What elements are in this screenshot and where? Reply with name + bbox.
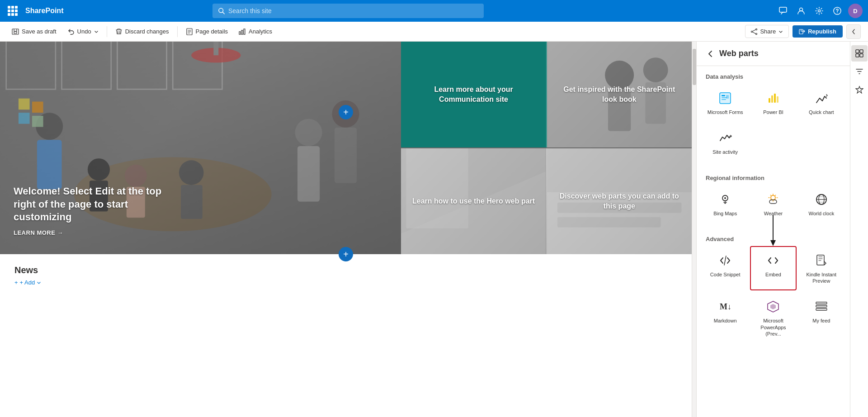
svg-line-1: [222, 12, 224, 14]
webpart-markdown[interactable]: M↓ Markdown: [702, 292, 748, 343]
toolbar-separator-2: [177, 26, 178, 37]
hero-add-bottom-button[interactable]: +: [339, 247, 353, 261]
kindle-instant-preview-label: Kindle Instant Preview: [803, 271, 840, 284]
hero-main-tile[interactable]: Welcome! Select Edit at the top right of…: [0, 42, 401, 254]
power-bi-label: Power BI: [763, 109, 783, 115]
save-draft-button[interactable]: Save as draft: [7, 25, 61, 38]
collapse-panel-button[interactable]: [846, 24, 861, 39]
svg-rect-34: [335, 128, 357, 183]
webpart-site-activity[interactable]: Site activity: [702, 123, 748, 161]
embed-icon: [765, 252, 781, 269]
svg-rect-10: [239, 32, 241, 34]
discard-icon: [115, 28, 123, 35]
page-content: +: [0, 42, 692, 417]
advanced-grid-container: Code Snippet Embed: [697, 246, 850, 349]
markdown-label: Markdown: [714, 317, 737, 324]
svg-rect-24: [37, 140, 62, 189]
analytics-button[interactable]: Analytics: [234, 25, 277, 38]
svg-text:M↓: M↓: [720, 302, 731, 311]
svg-rect-76: [816, 308, 827, 310]
section-regional-info: Regional information: [697, 167, 850, 185]
svg-rect-62: [777, 96, 778, 103]
panel-title: Web parts: [719, 49, 759, 58]
analytics-icon: [239, 28, 246, 35]
svg-rect-8: [14, 32, 17, 33]
webpart-power-bi[interactable]: Power BI: [750, 84, 796, 122]
page-details-button[interactable]: Page details: [181, 25, 233, 38]
power-bi-icon: [765, 90, 781, 106]
share-dropdown-icon: [778, 29, 783, 34]
svg-rect-11: [241, 30, 243, 34]
webpart-embed[interactable]: Embed: [750, 246, 796, 291]
help-icon-button[interactable]: [830, 4, 844, 18]
search-bar[interactable]: [212, 4, 484, 18]
svg-point-27: [125, 165, 147, 187]
hero-grid: Welcome! Select Edit at the top right of…: [0, 42, 692, 254]
svg-point-31: [295, 119, 322, 146]
regional-info-grid: Bing Maps Weather: [697, 185, 850, 228]
share-button[interactable]: Share: [745, 25, 789, 38]
svg-rect-2: [779, 7, 787, 12]
settings-icon-button[interactable]: [812, 4, 826, 18]
webpart-my-feed[interactable]: My feed: [798, 292, 844, 343]
people-icon-button[interactable]: [794, 4, 808, 18]
search-icon: [218, 7, 225, 14]
tab-strip-webparts-button[interactable]: [851, 45, 868, 62]
svg-point-13: [756, 28, 757, 30]
toolbar-separator: [107, 26, 107, 37]
svg-rect-75: [816, 305, 827, 307]
webpart-bing-maps[interactable]: Bing Maps: [702, 185, 748, 223]
webpart-microsoft-forms[interactable]: Microsoft Forms: [702, 84, 748, 122]
svg-rect-32: [297, 146, 320, 202]
section-advanced: Advanced: [697, 228, 850, 246]
svg-rect-38: [32, 102, 43, 113]
avatar[interactable]: D: [848, 4, 863, 18]
webpart-world-clock[interactable]: World clock: [798, 185, 844, 223]
webpart-weather[interactable]: Weather: [750, 185, 796, 223]
bing-maps-icon: [717, 191, 733, 208]
webpart-code-snippet[interactable]: Code Snippet: [702, 246, 748, 291]
top-navigation: SharePoint D: [0, 0, 868, 22]
toolbar-right: Share Republish: [745, 24, 861, 39]
undo-icon: [67, 28, 75, 35]
code-snippet-label: Code Snippet: [710, 271, 741, 278]
svg-point-64: [724, 197, 726, 199]
data-analysis-grid: Microsoft Forms Power BI: [697, 84, 850, 167]
chat-icon-button[interactable]: [776, 4, 790, 18]
webpart-quick-chart[interactable]: Quick chart: [798, 84, 844, 122]
undo-button[interactable]: Undo: [63, 25, 103, 38]
svg-rect-37: [19, 99, 30, 110]
svg-rect-80: [860, 54, 863, 57]
svg-marker-81: [856, 86, 863, 93]
undo-dropdown-icon[interactable]: [94, 29, 99, 34]
site-activity-label: Site activity: [712, 149, 738, 155]
section-data-analysis: Data analysis: [697, 66, 850, 84]
svg-rect-12: [244, 29, 245, 34]
svg-rect-79: [856, 54, 859, 57]
hero-learn-more-link[interactable]: LEARN MORE →: [14, 229, 185, 236]
my-feed-label: My feed: [812, 317, 830, 324]
microsoft-forms-label: Microsoft Forms: [708, 109, 743, 115]
republish-button[interactable]: Republish: [793, 25, 843, 38]
tab-strip-star-button[interactable]: [851, 81, 868, 98]
panel-back-button[interactable]: [706, 49, 715, 58]
page-details-icon: [186, 28, 193, 35]
scrollbar-track[interactable]: [692, 42, 696, 417]
webpart-kindle-instant-preview[interactable]: Kindle Instant Preview: [798, 246, 844, 291]
hero-bottom-row: Learn how to use the Hero web part Disco…: [401, 147, 692, 254]
hero-tile-2[interactable]: Get inspired with the SharePoint look bo…: [547, 42, 692, 147]
share-icon: [751, 28, 757, 35]
discard-changes-button[interactable]: Discard changes: [111, 25, 174, 38]
site-activity-icon: [717, 130, 733, 146]
hero-tile-4[interactable]: Discover web parts you can add to this p…: [547, 148, 692, 254]
news-add-button[interactable]: + + Add: [14, 279, 677, 286]
hero-add-top-button[interactable]: +: [339, 105, 353, 119]
hero-tile-3[interactable]: Learn how to use the Hero web part: [401, 148, 547, 254]
webpart-microsoft-powerapps[interactable]: Microsoft PowerApps (Prev...: [750, 292, 796, 343]
hero-main-text: Welcome! Select Edit at the top right of…: [14, 185, 185, 236]
tab-strip-filter-button[interactable]: [851, 63, 868, 80]
svg-point-15: [751, 31, 753, 32]
waffle-menu-button[interactable]: [5, 4, 20, 18]
hero-tile-1[interactable]: Learn more about your Communication site: [401, 42, 547, 147]
search-input[interactable]: [228, 7, 478, 14]
